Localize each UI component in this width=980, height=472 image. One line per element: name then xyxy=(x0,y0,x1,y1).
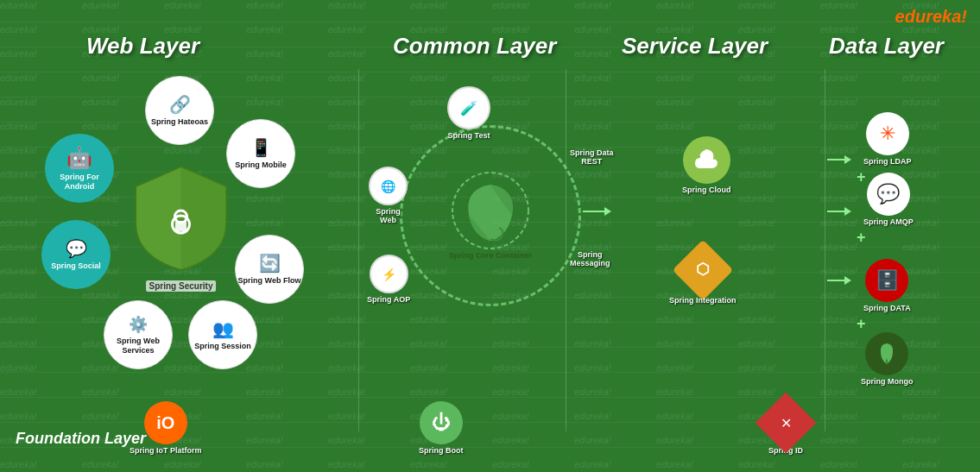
spring-mobile-node: 📱 Spring Mobile xyxy=(226,119,295,188)
brand-name-prefix: edureka xyxy=(895,7,962,26)
spring-data-rest-label: Spring DataREST xyxy=(570,148,614,166)
session-icon: 👥 xyxy=(212,318,234,339)
spring-iot-node: iO Spring IoT Platform xyxy=(130,401,202,455)
arrow-common-service xyxy=(583,207,611,216)
shield-svg xyxy=(131,162,231,274)
spring-social-node: 💬 Spring Social xyxy=(41,220,111,289)
spring-aop-icon: ⚡ xyxy=(370,255,408,293)
spring-test-node: 🧪 Spring Test xyxy=(447,86,490,140)
brand-exclamation: ! xyxy=(961,7,967,26)
spring-core-label: Spring Core Container xyxy=(449,251,532,260)
webflow-icon: 🔄 xyxy=(259,253,281,274)
spring-session-node: 👥 Spring Session xyxy=(188,300,257,369)
spring-integration-label: Spring Integration xyxy=(669,296,737,305)
spring-webflow-node: 🔄 Spring Web Flow xyxy=(235,235,304,304)
arrow-service-data-3 xyxy=(827,276,851,285)
spring-amqp-icon: 💬 xyxy=(867,173,910,216)
hateoas-icon: 🔗 xyxy=(169,94,191,115)
spring-iot-label: Spring IoT Platform xyxy=(130,446,202,455)
spring-data-rest-node: Spring DataREST xyxy=(570,148,614,166)
spring-ldap-icon: ✳ xyxy=(866,112,909,155)
divider-service-data xyxy=(825,69,825,431)
spring-session-label: Spring Session xyxy=(194,342,251,351)
spring-web-node: 🌐 SpringWeb xyxy=(369,167,408,224)
spring-data-node: 🗄️ Spring DATA xyxy=(863,259,911,312)
spring-security-shield: Spring Security xyxy=(131,162,231,274)
spring-mongo-label: Spring Mongo xyxy=(861,377,914,386)
spring-webservices-label: Spring Web Services xyxy=(104,337,172,356)
mobile-icon: 📱 xyxy=(250,137,272,158)
spring-iot-icon: iO xyxy=(144,401,187,444)
spring-web-label: SpringWeb xyxy=(376,207,401,224)
divider-web-common xyxy=(358,69,359,431)
spring-id-icon: ✕ xyxy=(756,393,817,454)
spring-webservices-node: ⚙️ Spring Web Services xyxy=(104,300,173,369)
spring-hateoas-node: 🔗 Spring Hateoas xyxy=(145,76,214,145)
social-icon: 💬 xyxy=(66,238,87,259)
spring-aop-node: ⚡ Spring AOP xyxy=(367,255,410,304)
spring-messaging-node: SpringMessaging xyxy=(570,250,610,267)
arrow-service-data-1 xyxy=(827,155,851,164)
webservices-icon: ⚙️ xyxy=(129,315,148,334)
spring-web-icon: 🌐 xyxy=(369,167,408,205)
spring-amqp-label: Spring AMQP xyxy=(863,217,914,226)
spring-aop-label: Spring AOP xyxy=(367,295,410,304)
spring-id-node: ✕ Spring ID xyxy=(764,401,807,455)
spring-boot-icon: ⏻ xyxy=(420,401,463,444)
spring-mongo-node: Spring Mongo xyxy=(861,332,914,386)
spring-data-icon: 🗄️ xyxy=(865,259,908,302)
spring-ldap-label: Spring LDAP xyxy=(863,157,912,166)
spring-cloud-icon xyxy=(683,136,730,184)
spring-ldap-node: ✳ Spring LDAP xyxy=(863,112,912,166)
spring-leaf-icon xyxy=(452,172,529,249)
spring-mobile-label: Spring Mobile xyxy=(235,160,287,170)
spring-amqp-node: 💬 Spring AMQP xyxy=(863,173,914,226)
spring-boot-node: ⏻ Spring Boot xyxy=(419,401,464,455)
plus-3: + xyxy=(857,315,866,333)
web-layer-header: Web Layer xyxy=(86,33,199,60)
spring-boot-label: Spring Boot xyxy=(419,446,464,455)
arrow-service-data-2 xyxy=(827,207,851,216)
spring-cloud-label: Spring Cloud xyxy=(682,186,731,194)
spring-android-node: 🤖 Spring ForAndroid xyxy=(45,134,114,203)
spring-test-icon: 🧪 xyxy=(447,86,490,129)
service-layer-header: Service Layer xyxy=(622,33,768,60)
spring-test-label: Spring Test xyxy=(448,131,490,140)
data-layer-header: Data Layer xyxy=(829,33,944,60)
spring-webflow-label: Spring Web Flow xyxy=(238,276,301,286)
spring-integration-node: ⬡ Spring Integration xyxy=(669,240,737,305)
plus-2: + xyxy=(857,229,866,247)
spring-integration-icon: ⬡ xyxy=(673,240,733,300)
spring-data-label: Spring DATA xyxy=(863,304,911,312)
spring-hateoas-label: Spring Hateoas xyxy=(151,117,208,127)
spring-social-label: Spring Social xyxy=(51,261,101,271)
foundation-layer-label: Foundation Layer xyxy=(16,430,146,448)
spring-core-container: Spring Core Container xyxy=(400,125,581,306)
common-layer-header: Common Layer xyxy=(393,33,556,60)
svg-text:⬡: ⬡ xyxy=(696,261,710,278)
spring-android-label: Spring ForAndroid xyxy=(60,173,99,192)
spring-mongo-icon xyxy=(865,332,908,375)
divider-common-service xyxy=(566,69,566,431)
spring-cloud-node: Spring Cloud xyxy=(682,136,731,194)
spring-messaging-label: SpringMessaging xyxy=(570,250,610,267)
brand-logo: edureka! xyxy=(895,7,967,27)
spring-security-label: Spring Security xyxy=(146,280,217,292)
android-icon: 🤖 xyxy=(66,146,92,170)
